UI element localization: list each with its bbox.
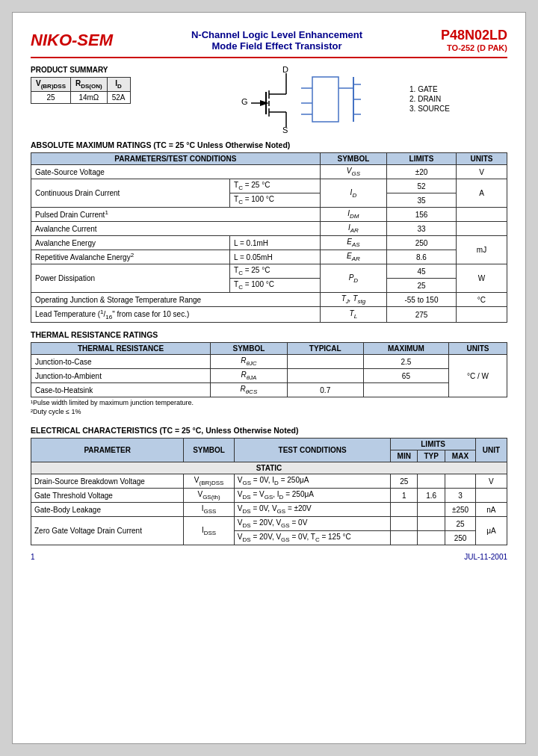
table-row: Power Dissipation TC = 25 °C PD 45 W — [31, 264, 507, 279]
unit-bvdss: V — [475, 474, 507, 489]
svg-marker-12 — [260, 100, 269, 106]
typ-cth: 0.7 — [287, 383, 363, 397]
header: NIKO-SEM N-Channel Logic Level Enhanceme… — [31, 28, 507, 52]
ps-header-vbr: V(BR)DSS — [31, 78, 71, 92]
param-cth: Case-to-Heatsink — [31, 383, 211, 397]
sym-gsvolt: VGS — [320, 165, 386, 179]
lim-iar: 33 — [386, 222, 456, 236]
ps-val-id: 52A — [107, 92, 130, 104]
device-title: N-Channel Logic Level Enhancement Mode F… — [191, 29, 362, 52]
th-typical: TYPICAL — [287, 343, 363, 355]
diagram-area: G D S — [180, 66, 507, 133]
unit-gsvolt: V — [456, 165, 507, 179]
param-iar: Avalanche Current — [31, 222, 321, 236]
footnote2: ²Duty cycle ≤ 1% — [31, 408, 507, 415]
th-max: MAXIMUM — [363, 343, 448, 355]
th-symbol: SYMBOL — [211, 343, 287, 355]
param-bvdss: Drain-Source Breakdown Voltage — [31, 474, 184, 489]
unit-id: A — [456, 179, 507, 208]
min-idss2 — [391, 531, 418, 545]
th-param: THERMAL RESISTANCE — [31, 343, 211, 355]
revision-date: JUL-11-2001 — [464, 553, 507, 561]
table-row: Zero Gate Voltage Drain Current IDSS VDS… — [31, 517, 507, 531]
elec-title: ELECTRICAL CHARACTERISTICS (TC = 25 °C, … — [31, 426, 507, 435]
sym-bvdss: V(BR)DSS — [184, 474, 234, 489]
sym-iar: IAR — [320, 222, 386, 236]
max-jtc: 2.5 — [363, 355, 448, 369]
table-row: Continuous Drain Current TC = 25 °C ID 5… — [31, 179, 507, 193]
ps-val-vbr: 25 — [31, 92, 71, 104]
ps-header-id: ID — [107, 78, 130, 92]
lim-gsvolt: ±20 — [386, 165, 456, 179]
elec-table: PARAMETER SYMBOL TEST CONDITIONS LIMITS … — [31, 438, 507, 545]
lim-eas: 250 — [386, 236, 456, 250]
pin3: 3. SOURCE — [409, 105, 450, 113]
abs-max-title: ABSOLUTE MAXIMUM RATINGS (TC = 25 °C Unl… — [31, 140, 507, 149]
max-bvdss — [445, 474, 476, 489]
table-row: Lead Temperature (1/16" from case for 10… — [31, 307, 507, 323]
table-row: Junction-to-Case RθJC 2.5 °C / W — [31, 355, 507, 369]
cond-id2: TC = 100 °C — [230, 193, 321, 208]
ps-title: PRODUCT SUMMARY — [31, 66, 180, 74]
typ-jtc — [287, 355, 363, 369]
typ-jta — [287, 369, 363, 383]
sym-igss: IGSS — [184, 503, 234, 517]
cond-pd2: TC = 100 °C — [230, 279, 321, 293]
header-divider — [31, 57, 507, 58]
lim-pd2: 25 — [386, 279, 456, 293]
unit-eas: mJ — [456, 236, 507, 264]
typ-idss2 — [418, 531, 445, 545]
param-pd: Power Dissipation — [31, 264, 230, 293]
svg-text:D: D — [282, 66, 288, 74]
max-igss: ±250 — [445, 503, 476, 517]
ah-limits: LIMITS — [386, 153, 456, 165]
lim-temp: -55 to 150 — [386, 293, 456, 307]
typ-idss1 — [418, 517, 445, 531]
static-label: STATIC — [31, 462, 507, 474]
svg-text:S: S — [282, 126, 288, 133]
product-summary: PRODUCT SUMMARY V(BR)DSS RDS(ON) ID 25 1… — [31, 66, 180, 104]
ah-units: UNITS — [456, 153, 507, 165]
sym-vgsth: VGS(th) — [184, 489, 234, 503]
eh-symbol: SYMBOL — [184, 439, 234, 462]
param-gsvolt: Gate-Source Voltage — [31, 165, 321, 179]
transistor-symbol: G D S — [238, 66, 402, 133]
cond-igss: VDS = 0V, VGS = ±20V — [234, 503, 391, 517]
sym-idm: IDM — [320, 208, 386, 222]
cond-pd1: TC = 25 °C — [230, 264, 321, 279]
page-number: 1 — [31, 553, 35, 561]
table-row: Gate Threshold Voltage VGS(th) VDS = VGS… — [31, 489, 507, 503]
min-idss1 — [391, 517, 418, 531]
table-row: Gate-Source Voltage VGS ±20 V — [31, 165, 507, 179]
eh-cond: TEST CONDITIONS — [234, 439, 391, 462]
eh-limits: LIMITS — [391, 439, 475, 450]
max-idss1: 25 — [445, 517, 476, 531]
table-row: Drain-Source Breakdown Voltage V(BR)DSS … — [31, 474, 507, 489]
cond-idss1: VDS = 20V, VGS = 0V — [234, 517, 391, 531]
table-row: Repetitive Avalanche Energy2 L = 0.05mH … — [31, 250, 507, 264]
sym-temp: TJ, Tstg — [320, 293, 386, 307]
brand-name: NIKO-SEM — [31, 31, 113, 50]
table-row: Gate-Body Leakage IGSS VDS = 0V, VGS = ±… — [31, 503, 507, 517]
lim-lead: 275 — [386, 307, 456, 323]
ah-symbol: SYMBOL — [320, 153, 386, 165]
unit-temp: °C — [456, 293, 507, 307]
footnote1: ¹Pulse width limited by maximum junction… — [31, 399, 507, 406]
param-idcont: Continuous Drain Current — [31, 179, 230, 208]
footer: 1 JUL-11-2001 — [31, 553, 507, 561]
eh-param: PARAMETER — [31, 439, 184, 462]
thermal-title: THERMAL RESISTANCE RATINGS — [31, 330, 507, 339]
svg-text:G: G — [241, 97, 248, 106]
table-row: Junction-to-Ambient RθJA 65 — [31, 369, 507, 383]
sym-id: ID — [320, 179, 386, 208]
eh-max: MAX — [445, 450, 476, 462]
sym-pd: PD — [320, 264, 386, 293]
param-lead: Lead Temperature (1/16" from case for 10… — [31, 307, 321, 323]
cond-idss2: VDS = 20V, VGS = 0V, TC = 125 °C — [234, 531, 391, 545]
pinout: 1. GATE 2. DRAIN 3. SOURCE — [409, 85, 450, 114]
datasheet-page: NIKO-SEM N-Channel Logic Level Enhanceme… — [12, 12, 526, 744]
eh-min: MIN — [391, 450, 418, 462]
param-igss: Gate-Body Leakage — [31, 503, 184, 517]
cond-vgsth: VDS = VGS, ID = 250μA — [234, 489, 391, 503]
sym-jtc: RθJC — [211, 355, 287, 369]
